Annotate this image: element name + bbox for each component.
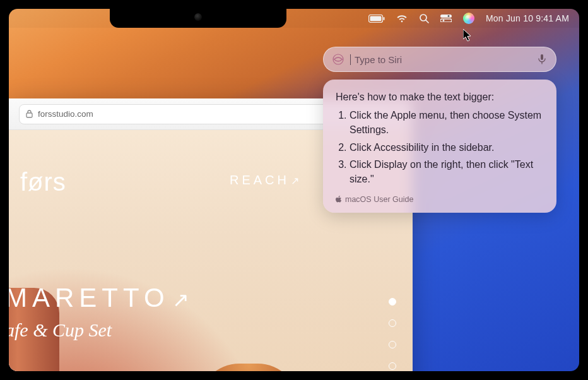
mouse-cursor (463, 29, 473, 43)
siri-step: Click Display on the right, then click "… (350, 157, 544, 186)
siri-glyph-icon (332, 54, 344, 65)
carousel-dot-1[interactable] (389, 298, 396, 306)
siri-icon[interactable] (463, 13, 474, 24)
siri-steps-list: Click the Apple menu, then choose System… (336, 108, 544, 186)
siri-response-intro: Here's how to make the text bigger: (336, 90, 544, 104)
siri-input[interactable]: Type to Siri (323, 47, 556, 72)
svg-rect-5 (440, 15, 452, 18)
menubar: Mon Jun 10 9:41 AM (9, 9, 579, 28)
siri-placeholder: Type to Siri (350, 54, 531, 65)
carousel-dot-2[interactable] (389, 319, 396, 327)
siri-step: Click Accessibility in the sidebar. (350, 140, 544, 155)
siri-step: Click the Apple menu, then choose System… (350, 108, 544, 137)
svg-rect-6 (440, 19, 452, 22)
siri-response-card: Here's how to make the text bigger: Clic… (323, 80, 556, 213)
control-center-icon[interactable] (440, 15, 452, 22)
arrow-ne-icon: ↗ (172, 288, 194, 311)
carousel-dot-4[interactable] (389, 362, 396, 370)
svg-rect-11 (541, 54, 543, 60)
svg-rect-1 (370, 16, 381, 21)
hero-headline: MARETTO↗ (9, 283, 194, 313)
siri-source[interactable]: macOS User Guide (336, 194, 544, 205)
svg-line-4 (426, 20, 428, 23)
camera-dot (194, 13, 202, 21)
svg-rect-9 (26, 113, 32, 117)
datetime[interactable]: Mon Jun 10 9:41 AM (486, 13, 569, 23)
arrow-ne-icon: ↗ (291, 175, 302, 186)
svg-rect-2 (383, 17, 384, 20)
microphone-icon[interactable] (537, 54, 547, 64)
nav-reach-label: REACH (230, 173, 290, 187)
svg-point-8 (443, 20, 445, 21)
search-icon[interactable] (419, 13, 429, 23)
hero-subhead: afe & Cup Set (9, 319, 112, 341)
brand-logo[interactable]: førs (20, 168, 66, 196)
headline-text: MARETTO (9, 283, 170, 312)
lock-icon (26, 110, 33, 118)
product-photo-cup (198, 364, 299, 380)
carousel-dots (389, 298, 396, 370)
siri-source-label: macOS User Guide (345, 194, 413, 205)
carousel-dot-3[interactable] (389, 341, 396, 348)
desktop-wallpaper: Mon Jun 10 9:41 AM forsstudio.com førs (9, 9, 579, 371)
url-text: forsstudio.com (38, 109, 93, 119)
battery-icon[interactable] (368, 15, 385, 23)
apple-logo-icon (336, 196, 342, 203)
nav-reach[interactable]: REACH↗ (230, 173, 302, 187)
svg-point-7 (448, 15, 450, 17)
wifi-icon[interactable] (396, 14, 408, 23)
notch (110, 9, 286, 28)
